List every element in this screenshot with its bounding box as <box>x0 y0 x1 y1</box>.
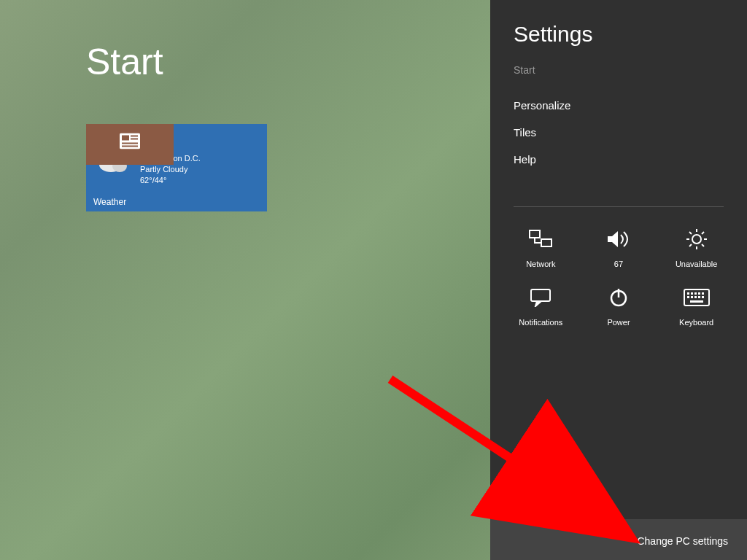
svg-line-39 <box>702 232 704 234</box>
svg-rect-41 <box>531 289 550 301</box>
svg-rect-47 <box>691 292 693 295</box>
settings-link-help[interactable]: Help <box>490 146 747 173</box>
quick-label: Notifications <box>504 318 577 327</box>
svg-rect-46 <box>687 292 689 295</box>
quick-settings-row-1: Network 67 Unavailable <box>490 207 747 274</box>
svg-line-40 <box>689 244 692 246</box>
svg-rect-55 <box>702 296 704 298</box>
quick-brightness[interactable]: Unavailable <box>660 225 733 268</box>
svg-rect-52 <box>691 296 693 298</box>
svg-rect-51 <box>687 296 689 298</box>
svg-rect-50 <box>702 292 704 295</box>
settings-charm-panel: Settings Start Personalize Tiles Help Ne… <box>490 0 747 560</box>
quick-network[interactable]: Network <box>504 225 577 268</box>
svg-rect-27 <box>122 142 138 144</box>
svg-rect-53 <box>694 296 697 298</box>
quick-label: Network <box>504 260 577 268</box>
svg-rect-49 <box>698 292 700 295</box>
start-title: Start <box>86 41 163 83</box>
settings-link-personalize[interactable]: Personalize <box>490 92 747 119</box>
settings-context: Start <box>490 61 747 92</box>
quick-settings-row-2: Notifications Power Keyboard <box>490 274 747 332</box>
svg-line-38 <box>702 244 704 246</box>
svg-rect-54 <box>698 296 700 298</box>
keyboard-icon <box>660 283 733 312</box>
svg-rect-30 <box>541 239 551 246</box>
start-screen: Start Mail Calendar <box>0 0 747 560</box>
tile-label: Weather <box>93 197 126 207</box>
tile-news[interactable] <box>86 124 174 165</box>
quick-notifications[interactable]: Notifications <box>504 283 577 327</box>
svg-point-32 <box>692 235 701 244</box>
quick-label: Power <box>582 318 655 327</box>
news-icon <box>120 133 140 151</box>
settings-title: Settings <box>490 0 747 61</box>
quick-label: 67 <box>582 260 655 268</box>
quick-keyboard[interactable]: Keyboard <box>660 283 733 327</box>
svg-line-37 <box>689 232 692 234</box>
change-pc-settings-link[interactable]: Change PC settings <box>637 535 728 547</box>
network-icon <box>504 225 577 254</box>
svg-rect-48 <box>694 292 697 295</box>
svg-marker-42 <box>535 301 541 306</box>
svg-rect-26 <box>131 138 138 139</box>
quick-volume[interactable]: 67 <box>582 225 655 268</box>
quick-label: Keyboard <box>660 318 733 327</box>
svg-rect-24 <box>122 135 129 140</box>
svg-rect-25 <box>131 135 138 136</box>
quick-label: Unavailable <box>660 260 733 268</box>
svg-rect-28 <box>122 145 138 147</box>
volume-icon <box>582 225 655 254</box>
power-icon <box>582 283 655 312</box>
svg-marker-31 <box>608 231 618 247</box>
svg-rect-56 <box>690 300 703 303</box>
brightness-icon <box>660 225 733 254</box>
settings-link-tiles[interactable]: Tiles <box>490 119 747 146</box>
quick-power[interactable]: Power <box>582 283 655 327</box>
notifications-icon <box>504 283 577 312</box>
svg-rect-29 <box>530 230 540 238</box>
